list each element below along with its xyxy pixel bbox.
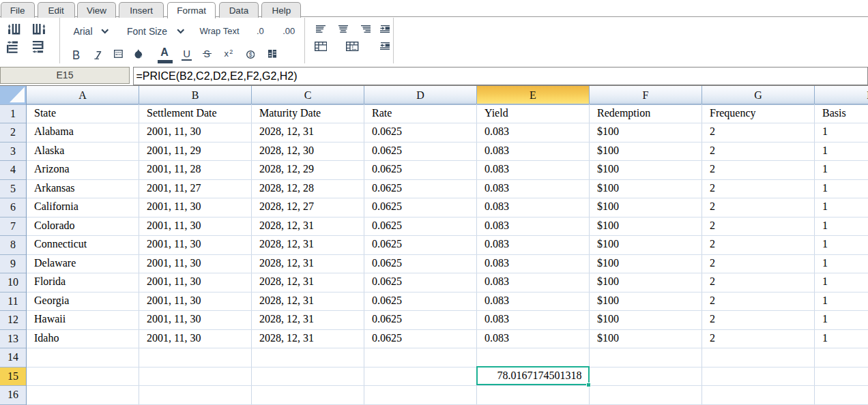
svg-text:$: $	[249, 51, 252, 58]
